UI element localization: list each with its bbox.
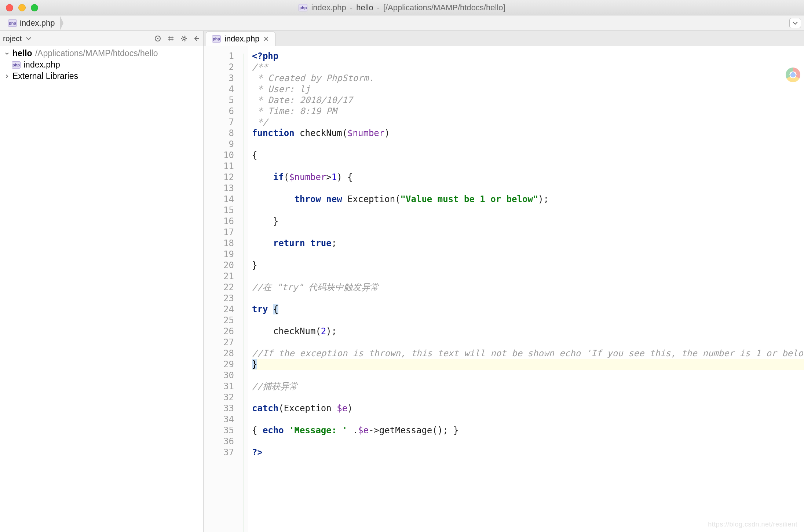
gear-icon[interactable]	[180, 35, 188, 42]
project-tool-window: roject	[0, 31, 204, 532]
fold-gutter[interactable]	[240, 46, 248, 532]
php-file-icon: php	[12, 61, 21, 69]
window-minimize-button[interactable]	[18, 4, 26, 11]
code-line[interactable]: }	[252, 359, 804, 370]
title-project: hello	[356, 3, 373, 12]
project-tree[interactable]: hello /Applications/MAMP/htdocs/hello ph…	[0, 46, 203, 83]
project-toolbar: roject	[0, 31, 203, 46]
code-line[interactable]: * User: lj	[252, 84, 804, 95]
window-title-bar: php index.php - hello - [/Applications/M…	[0, 0, 804, 15]
tab-label: index.php	[224, 34, 259, 44]
code-line[interactable]	[252, 227, 804, 238]
breadcrumb-tail[interactable]	[60, 15, 70, 30]
code-line[interactable]: try {	[252, 304, 804, 315]
code-line[interactable]: //If the exception is thrown, this text …	[252, 348, 804, 359]
tree-project-root[interactable]: hello /Applications/MAMP/htdocs/hello	[3, 48, 200, 59]
chevron-down-icon[interactable]	[26, 37, 31, 40]
php-file-icon: php	[299, 4, 307, 11]
code-line[interactable]: }	[252, 260, 804, 271]
svg-point-1	[157, 38, 158, 39]
code-line[interactable]	[252, 249, 804, 260]
code-line[interactable]: {	[252, 150, 804, 161]
code-line[interactable]: return true;	[252, 238, 804, 249]
navigation-bar: php index.php	[0, 15, 804, 31]
code-line[interactable]: function checkNum($number)	[252, 128, 804, 139]
code-line[interactable]: */	[252, 117, 804, 128]
collapse-all-icon[interactable]	[167, 35, 175, 42]
window-controls	[6, 4, 38, 11]
tree-file-label: index.php	[23, 60, 60, 70]
code-editor[interactable]: 1234567891011121314151617181920212223242…	[204, 46, 804, 532]
code-line[interactable]	[252, 161, 804, 172]
breadcrumb-label: index.php	[20, 18, 55, 28]
code-line[interactable]: * Time: 8:19 PM	[252, 106, 804, 117]
php-file-icon: php	[8, 19, 17, 27]
watermark-text: https://blog.csdn.net/resilient	[708, 521, 797, 528]
tree-external-libraries[interactable]: External Libraries	[3, 70, 200, 82]
code-line[interactable]: checkNum(2);	[252, 326, 804, 337]
code-line[interactable]	[252, 315, 804, 326]
code-line[interactable]: //捕获异常	[252, 381, 804, 392]
hide-icon[interactable]	[194, 35, 200, 42]
code-line[interactable]: //在 "try" 代码块中触发异常	[252, 282, 804, 293]
code-line[interactable]: catch(Exception $e)	[252, 403, 804, 414]
project-name: hello	[12, 48, 32, 58]
code-line[interactable]	[252, 436, 804, 447]
chevron-right-icon	[4, 71, 10, 81]
code-line[interactable]: /**	[252, 62, 804, 73]
code-line[interactable]: { echo 'Message: ' .$e->getMessage(); }	[252, 425, 804, 436]
code-line[interactable]	[252, 337, 804, 348]
chevron-down-icon	[793, 21, 798, 25]
breadcrumb-item[interactable]: php index.php	[3, 15, 60, 30]
code-line[interactable]: * Date: 2018/10/17	[252, 95, 804, 106]
project-path: /Applications/MAMP/htdocs/hello	[35, 48, 158, 58]
external-libraries-label: External Libraries	[12, 71, 78, 81]
code-line[interactable]: * Created by PhpStorm.	[252, 73, 804, 84]
code-line[interactable]	[252, 414, 804, 425]
editor-tabs: php index.php ✕	[204, 31, 804, 46]
window-close-button[interactable]	[6, 4, 13, 11]
code-line[interactable]	[252, 205, 804, 216]
tree-file-item[interactable]: php index.php	[3, 59, 200, 70]
project-view-selector[interactable]: roject	[3, 34, 22, 43]
code-line[interactable]	[252, 139, 804, 150]
title-file: index.php	[311, 3, 346, 12]
breadcrumb: php index.php	[3, 15, 70, 30]
title-path: [/Applications/MAMP/htdocs/hello]	[383, 3, 505, 12]
code-line[interactable]: throw new Exception("Value must be 1 or …	[252, 194, 804, 205]
code-line[interactable]: }	[252, 216, 804, 227]
svg-point-2	[183, 37, 185, 40]
code-line[interactable]	[252, 392, 804, 403]
editor-tab[interactable]: php index.php ✕	[206, 32, 275, 46]
code-line[interactable]: <?php	[252, 51, 804, 62]
code-line[interactable]	[252, 370, 804, 381]
window-title: php index.php - hello - [/Applications/M…	[299, 3, 505, 12]
php-file-icon: php	[212, 35, 221, 43]
line-number-gutter: 1234567891011121314151617181920212223242…	[204, 46, 240, 532]
close-icon[interactable]: ✕	[263, 34, 269, 43]
window-maximize-button[interactable]	[31, 4, 38, 11]
code-line[interactable]	[252, 271, 804, 282]
code-line[interactable]	[252, 293, 804, 304]
toolbar-dropdown-button[interactable]	[789, 18, 801, 28]
chrome-preview-icon[interactable]	[786, 68, 800, 82]
chevron-down-icon	[4, 48, 10, 58]
code-line[interactable]: ?>	[252, 447, 804, 458]
code-line[interactable]: if($number>1) {	[252, 172, 804, 183]
code-line[interactable]	[252, 183, 804, 194]
code-area[interactable]: <?php/** * Created by PhpStorm. * User: …	[248, 46, 804, 532]
scroll-from-source-icon[interactable]	[154, 35, 161, 42]
